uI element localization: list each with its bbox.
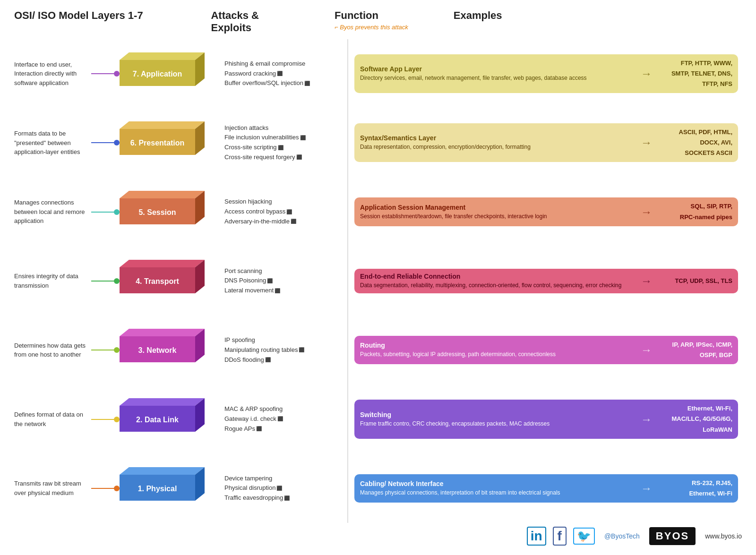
facebook-icon[interactable]: f (553, 527, 567, 546)
divider-5 (347, 177, 348, 246)
function-title: Function (335, 9, 454, 22)
svg-marker-16 (120, 329, 205, 336)
example-card-4: End-to-end Reliable ConnectionData segme… (354, 269, 738, 293)
connector-5 (91, 207, 120, 217)
examples-column-header: Examples (454, 9, 742, 34)
card-title-5: Application Session Management (360, 204, 636, 211)
example-items-7: FTP, HTTP, WWW, SMTP, TELNET, DNS, TFTP,… (657, 58, 732, 89)
card-title-6: Syntax/Semantics Layer (360, 134, 636, 142)
linkedin-icon[interactable]: in (527, 527, 546, 546)
arrow-4: → (641, 274, 652, 288)
connector-3 (91, 345, 120, 355)
card-title-7: Software App Layer (360, 65, 636, 73)
header-row: OSI/ ISO Model Layers 1-7 Attacks & Expl… (14, 9, 742, 34)
card-title-3: Routing (360, 342, 636, 349)
attack-item-7-2: Buffer overflow/SQL injection ⬛ (224, 78, 340, 88)
attack-item-3-2: DDoS flooding ⬛ (224, 355, 340, 365)
attack-item-7-1: Password cracking ⬛ (224, 69, 340, 79)
svg-text:3. Network: 3. Network (138, 346, 177, 354)
osi-block-3: Determines how data gets from one host t… (14, 329, 217, 371)
example-items-3: IP, ARP, IPSec, ICMP, OSPF, BGP (657, 340, 732, 360)
card-content-1: Cabling/ Network InterfaceManages physic… (360, 480, 636, 497)
osi-block-6: Formats data to be "presented" between a… (14, 121, 217, 164)
examples-3: RoutingPackets, subnetting, logical IP a… (351, 336, 742, 364)
attack-item-1-0: Device tampering (224, 474, 340, 484)
attacks-column-header: Attacks & Exploits (211, 9, 335, 34)
arrow-5: → (641, 205, 652, 219)
attack-item-7-0: Phishing & email compromise (224, 59, 340, 69)
arrow-1: → (641, 482, 652, 495)
card-title-4: End-to-end Reliable Connection (360, 273, 636, 280)
connector-dot-4 (114, 278, 120, 284)
layer-desc-1: Transmits raw bit stream over physical m… (14, 479, 87, 497)
example-items-2: Ethernet, Wi-Fi, MAC/LLC, 4G/5G/6G, LoRa… (657, 403, 732, 435)
svg-text:6. Presentation: 6. Presentation (130, 139, 185, 147)
connector-dot-5 (114, 209, 120, 215)
card-content-6: Syntax/Semantics LayerData representatio… (360, 134, 636, 151)
attacks-6: Injection attacksFile inclusion vulnerab… (217, 123, 345, 162)
attacks-1: Device tamperingPhysical disruption ⬛Tra… (217, 474, 345, 503)
example-card-1: Cabling/ Network InterfaceManages physic… (354, 474, 738, 503)
connector-dot-6 (114, 140, 120, 145)
attack-item-6-1: File inclusion vulnerabilities ⬛ (224, 133, 340, 143)
byos-logo: BYOS (649, 527, 696, 545)
examples-7: Software App LayerDirectory services, em… (351, 54, 742, 93)
attacks-7: Phishing & email compromisePassword crac… (217, 59, 345, 88)
card-title-1: Cabling/ Network Interface (360, 480, 636, 487)
card-desc-1: Manages physical connections, interpreta… (360, 489, 636, 497)
layer-row-7: Interface to end user, Interaction direc… (14, 39, 742, 108)
arrow-7: → (641, 67, 652, 80)
svg-marker-4 (120, 121, 205, 129)
arrow-3: → (641, 343, 652, 357)
attacks-title: Attacks & Exploits (211, 9, 335, 34)
social-handle: @ByosTech (604, 532, 640, 540)
attack-item-4-1: DNS Poisoning ⬛ (224, 276, 340, 286)
connector-4 (91, 276, 120, 286)
layer-row-6: Formats data to be "presented" between a… (14, 108, 742, 177)
layer-row-5: Manages connections between local and re… (14, 177, 742, 246)
svg-marker-8 (120, 191, 205, 198)
svg-marker-20 (120, 398, 205, 406)
card-content-5: Application Session ManagementSession es… (360, 204, 636, 221)
example-card-3: RoutingPackets, subnetting, logical IP a… (354, 336, 738, 364)
attack-item-6-2: Cross-site scripting ⬛ (224, 143, 340, 153)
attack-item-4-2: Lateral movement ⬛ (224, 286, 340, 296)
attack-item-4-0: Port scanning (224, 266, 340, 276)
osi-block-4: Ensires integrity of data transmission4.… (14, 260, 217, 302)
svg-marker-0 (120, 52, 205, 60)
example-card-2: SwitchingFrame traffic contro, CRC check… (354, 400, 738, 438)
example-items-4: TCP, UDP, SSL, TLS (657, 276, 732, 286)
svg-text:2. Data Link: 2. Data Link (136, 415, 179, 423)
footer: in f 🐦 @ByosTech BYOS www.byos.io (14, 523, 742, 546)
attacks-4: Port scanningDNS Poisoning ⬛Lateral move… (217, 266, 345, 296)
card-desc-4: Data segmentation, reliability, multiple… (360, 282, 636, 290)
divider-3 (347, 316, 348, 384)
layer-row-1: Transmits raw bit stream over physical m… (14, 454, 742, 523)
layer-row-2: Defines format of data on the network2. … (14, 384, 742, 453)
twitter-icon[interactable]: 🐦 (573, 528, 595, 545)
connector-dot-2 (114, 417, 120, 422)
card-content-4: End-to-end Reliable ConnectionData segme… (360, 273, 636, 290)
attack-item-3-1: Manipulating routing tables ⬛ (224, 345, 340, 355)
attack-item-2-2: Rogue APs ⬛ (224, 424, 340, 434)
connector-dot-1 (114, 486, 120, 491)
main-container: OSI/ ISO Model Layers 1-7 Attacks & Expl… (0, 0, 756, 555)
divider-7 (347, 39, 348, 108)
attack-item-5-0: Session hijacking (224, 197, 340, 207)
svg-text:1. Physical: 1. Physical (138, 484, 177, 492)
example-card-7: Software App LayerDirectory services, em… (354, 54, 738, 93)
card-content-3: RoutingPackets, subnetting, logical IP a… (360, 342, 636, 359)
osi-block-1: Transmits raw bit stream over physical m… (14, 467, 217, 510)
content-rows: Interface to end user, Interaction direc… (14, 39, 742, 523)
connector-2 (91, 415, 120, 424)
connector-dot-3 (114, 347, 120, 353)
connector-1 (91, 484, 120, 493)
attacks-5: Session hijackingAccess control bypass ⬛… (217, 197, 345, 226)
osi-title: OSI/ ISO Model Layers 1-7 (14, 9, 211, 22)
example-items-5: SQL, SIP, RTP, RPC-named pipes (657, 201, 732, 222)
layer-desc-5: Manages connections between local and re… (14, 198, 87, 226)
attack-item-2-0: MAC & ARP spoofing (224, 404, 340, 414)
attacks-3: IP spoofingManipulating routing tables ⬛… (217, 335, 345, 365)
function-column-header: Function Byos prevents this attack (335, 9, 454, 34)
card-desc-3: Packets, subnetting, logical IP addressi… (360, 350, 636, 359)
